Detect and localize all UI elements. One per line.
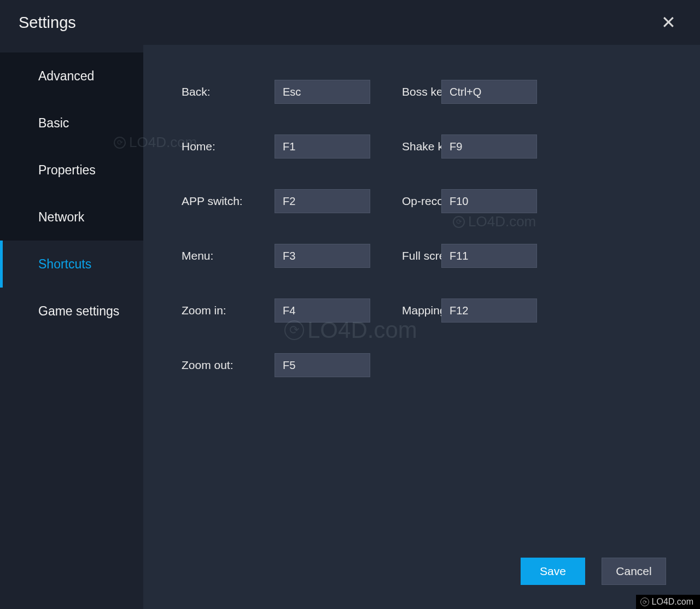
sidebar-item-label: Network [38, 210, 84, 225]
input-shake-key[interactable] [441, 134, 537, 159]
sidebar-item-advanced[interactable]: Advanced [0, 52, 143, 99]
main-panel: Back: Boss key: Home: Shake key: APP swi… [143, 45, 700, 609]
label-back: Back: [182, 85, 275, 98]
label-zoom-in: Zoom in: [182, 304, 275, 317]
label-app-switch: APP switch: [182, 195, 275, 208]
sidebar-item-label: Basic [38, 116, 69, 131]
input-back[interactable] [275, 80, 370, 104]
source-badge: ⟳ LO4D.com [636, 595, 700, 609]
page-title: Settings [19, 14, 76, 32]
sidebar-item-label: Advanced [38, 69, 94, 84]
close-icon[interactable]: ✕ [656, 11, 681, 33]
input-zoom-out[interactable] [275, 353, 370, 377]
refresh-icon: ⟳ [640, 598, 649, 606]
label-home: Home: [182, 140, 275, 153]
input-mappings[interactable] [441, 298, 537, 323]
sidebar: Advanced Basic Properties Network Shortc… [0, 45, 143, 609]
sidebar-item-shortcuts[interactable]: Shortcuts [0, 241, 143, 288]
sidebar-item-label: Game settings [38, 304, 119, 319]
sidebar-item-game-settings[interactable]: Game settings [0, 288, 143, 335]
sidebar-item-label: Properties [38, 163, 96, 178]
sidebar-item-label: Shortcuts [38, 257, 91, 272]
sidebar-item-network[interactable]: Network [0, 194, 143, 241]
input-op-record[interactable] [441, 189, 537, 213]
label-zoom-out: Zoom out: [182, 359, 275, 372]
input-home[interactable] [275, 134, 370, 159]
shortcuts-form: Back: Boss key: Home: Shake key: APP swi… [182, 80, 667, 377]
sidebar-item-properties[interactable]: Properties [0, 147, 143, 194]
cancel-button[interactable]: Cancel [602, 558, 666, 585]
input-boss-key[interactable] [441, 80, 537, 104]
header: Settings ✕ [0, 0, 700, 45]
label-menu: Menu: [182, 249, 275, 262]
footer-buttons: Save Cancel [521, 558, 666, 585]
body: Advanced Basic Properties Network Shortc… [0, 45, 700, 609]
input-zoom-in[interactable] [275, 298, 370, 323]
sidebar-item-basic[interactable]: Basic [0, 99, 143, 147]
input-menu[interactable] [275, 244, 370, 268]
input-full-screen[interactable] [441, 244, 537, 268]
save-button[interactable]: Save [521, 558, 585, 585]
input-app-switch[interactable] [275, 189, 370, 213]
